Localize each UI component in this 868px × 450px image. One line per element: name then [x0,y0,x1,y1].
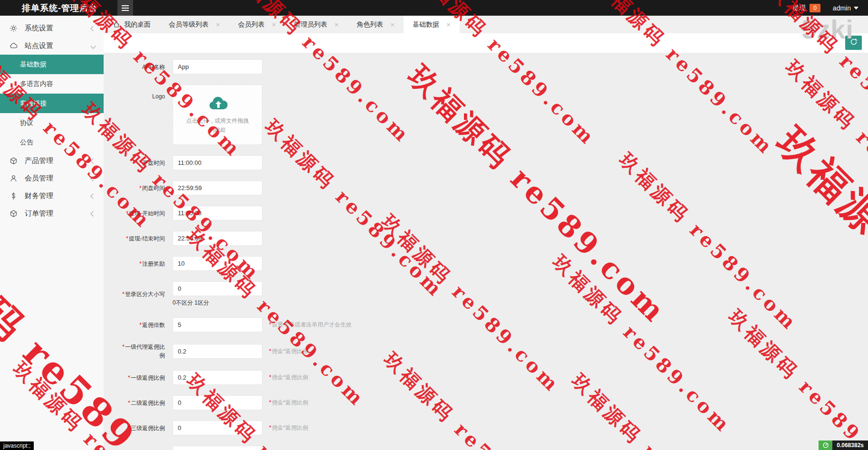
input-level1-rebate[interactable] [173,370,262,385]
input-withdraw-end-time[interactable] [173,231,262,246]
required-asterisk: * [139,160,142,166]
tab-label: 管理员列表 [294,20,328,29]
tab-member-levels[interactable]: 会员等级列表× [160,16,229,33]
field-label: *登录区分大小写 [119,290,165,298]
sidebar-item-product-management[interactable]: 产品管理 [0,152,104,170]
withdraw-count-badge[interactable]: 0 [810,4,820,12]
tab-label: 会员列表 [238,20,265,29]
field-control [173,317,262,332]
input-level1-agent-rebate[interactable] [173,344,262,359]
sidebar-subitem-label: 基础数据 [20,60,47,69]
field-control [173,155,262,170]
tab-admins[interactable]: 管理员列表× [285,16,348,33]
sidebar-subitem-agreement[interactable]: 协议 [0,113,104,133]
sidebar-item-order-management[interactable]: 订单管理 [0,205,104,222]
input-register-reward[interactable] [173,256,262,271]
hint-asterisk: * [269,348,271,354]
refresh-icon [849,38,858,48]
tab-home[interactable]: 我的桌面 [104,16,160,33]
form-row-open-time: *开盘时间 [104,155,868,170]
caret-down-icon [854,7,858,10]
field-hint: *佣金*返佣比例 [269,399,308,407]
field-hint: *佣金*返佣比例 [269,424,308,432]
sidebar-subitem-basic-data[interactable]: 基础数据 [0,55,104,74]
cube-icon [10,210,19,218]
required-asterisk: * [139,185,142,191]
input-open-time[interactable] [173,155,262,170]
input-level2-rebate[interactable] [173,395,262,410]
field-control [173,446,262,450]
refresh-button[interactable] [845,36,862,50]
basic-data-form: APP名称Logo点击上传，或将文件拖拽到此处*开盘时间*闭盘时间*提现-开始时… [104,53,868,450]
tab-close-icon[interactable]: × [216,21,220,28]
sidebar-subitem-label: 客服链接 [20,99,47,108]
logo-upload-dropzone[interactable]: 点击上传，或将文件拖拽到此处 [173,85,262,145]
input-partial-bottom[interactable] [173,446,262,450]
tab-members[interactable]: 会员列表× [229,16,285,33]
hint-asterisk: * [269,374,271,381]
input-level3-rebate[interactable] [173,421,262,435]
form-row-level1-agent-rebate: *一级代理返佣比例*佣金*返佣比例 [104,343,868,360]
sidebar-subitem-announcement[interactable]: 公告 [0,133,104,152]
sidebar-subitem-service-link[interactable]: 客服链接 [0,94,104,113]
required-asterisk: * [126,210,128,217]
form-row-level1-rebate: *一级返佣比例*佣金*返佣比例 [104,370,868,385]
tab-label: 我的桌面 [124,20,151,29]
tab-label: 会员等级列表 [169,20,209,29]
sidebar-item-label: 财务管理 [25,191,91,201]
field-control: 点击上传，或将文件拖拽到此处 [173,85,262,145]
tab-close-icon[interactable]: × [335,21,339,28]
user-menu[interactable]: admin [833,4,851,12]
input-close-time[interactable] [173,181,262,195]
sidebar-item-label: 订单管理 [25,209,91,218]
sidebar-item-member-management[interactable]: 会员管理 [0,170,104,187]
sidebar-item-system-settings[interactable]: 系统设置 [0,19,104,37]
tab-roles[interactable]: 角色列表× [347,16,404,33]
chevron-left-icon [90,193,96,199]
tab-close-icon[interactable]: × [272,21,276,28]
field-control [173,344,262,359]
app-title: 排单系统-管理后台 [22,2,97,14]
dollar-icon [10,192,19,200]
sidebar-subitem-multi-language[interactable]: 多语言内容 [0,74,104,94]
field-control [173,206,262,220]
field-control [173,59,262,74]
withdraw-link[interactable]: 提现 [792,4,806,12]
field-label: *提现-开始时间 [119,209,165,218]
speed-icon [819,440,832,450]
sidebar-item-site-settings[interactable]: 站点设置 [0,37,104,55]
sidebar-item-finance-management[interactable]: 财务管理 [0,187,104,205]
form-row-withdraw-start-time: *提现-开始时间 [104,206,868,220]
tab-basic-data[interactable]: 基础数据× [404,16,460,33]
input-app-name[interactable] [173,59,262,74]
tab-close-icon[interactable]: × [446,21,451,28]
field-hint: *佣金*返佣比例 [269,373,308,382]
top-header: 排单系统-管理后台 提现 0 admin [0,0,868,16]
home-icon [113,21,120,29]
field-label: *三级返佣比例 [119,424,165,432]
input-withdraw-start-time[interactable] [173,206,262,220]
sidebar-item-label: 系统设置 [25,24,91,33]
field-label: *一级返佣比例 [119,373,165,382]
tab-close-icon[interactable]: × [390,21,395,28]
menu-toggle-button[interactable] [117,0,133,16]
sidebar-item-label: 站点设置 [25,41,91,50]
input-rebate-multiple[interactable] [173,317,262,332]
field-label: APP名称 [119,63,165,71]
header-right: 提现 0 admin [792,4,858,12]
field-note: 0不区分 1区分 [173,299,262,307]
field-label: Logo [119,85,165,101]
chevron-left-icon [90,158,96,163]
content-toolbar [104,33,868,53]
sidebar-subitem-label: 多语言内容 [20,80,53,88]
input-login-case-sensitive[interactable] [173,281,262,296]
required-asterisk: * [128,425,130,431]
field-label: *返佣倍数 [119,321,165,329]
field-label: *开盘时间 [119,159,165,167]
field-control: 0不区分 1区分 [173,281,262,307]
form-row-close-time: *闭盘时间 [104,181,868,195]
field-control [173,421,262,435]
hint-asterisk: * [269,399,271,406]
form-row-partial-bottom [104,446,868,450]
field-label: *闭盘时间 [119,184,165,192]
